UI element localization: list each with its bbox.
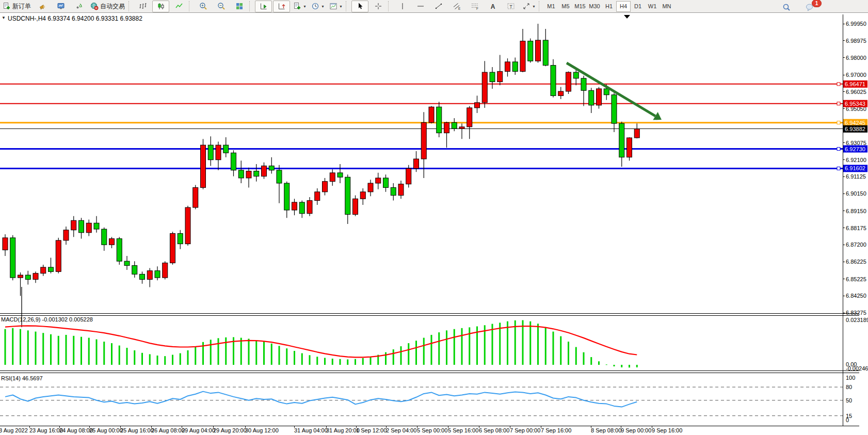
cursor-button[interactable] [351, 1, 368, 12]
templates-button[interactable]: ▾ [327, 1, 344, 12]
svg-text:6.93882: 6.93882 [845, 126, 865, 132]
indicators-button[interactable]: ▾ [291, 1, 308, 12]
svg-text:50: 50 [846, 397, 852, 404]
new-order-button[interactable]: 新订单 [1, 1, 33, 12]
chart-canvas[interactable]: 6.999506.989756.980006.970006.960256.950… [0, 0, 868, 435]
svg-text:F: F [476, 7, 478, 10]
search-icon [782, 3, 791, 11]
bar-chart-button[interactable] [134, 1, 151, 12]
svg-text:24 Aug 08:00: 24 Aug 08:00 [59, 427, 93, 433]
textT-icon: T [507, 2, 515, 10]
trendline-button[interactable] [430, 1, 447, 12]
timeframe-button-m15[interactable]: M15 [573, 1, 587, 12]
rsi-pane: 1008050150 [0, 375, 855, 423]
search-button[interactable] [778, 1, 795, 13]
timeframe-button-w1[interactable]: W1 [645, 1, 660, 12]
svg-text:7 Sep 00:00: 7 Sep 00:00 [510, 427, 540, 433]
template-icon [329, 2, 337, 10]
signal-button[interactable] [70, 1, 87, 12]
svg-text:30 Aug 12:00: 30 Aug 12:00 [245, 427, 279, 433]
market-watch-button[interactable] [52, 1, 69, 12]
svg-text:6.98975: 6.98975 [846, 38, 866, 44]
candles-icon [157, 2, 165, 10]
svg-text:6.96025: 6.96025 [846, 89, 866, 95]
svg-text:A: A [490, 3, 495, 10]
periods-button[interactable]: ▾ [309, 1, 326, 12]
timeframe-button-mn[interactable]: MN [660, 1, 674, 12]
trendline-icon [435, 2, 443, 10]
crosshair-icon [374, 2, 382, 10]
dropdown-caret-icon: ▾ [340, 4, 342, 9]
svg-text:T: T [509, 4, 512, 9]
doc-plus-icon [293, 2, 301, 10]
candlestick-chart-button[interactable] [152, 1, 169, 12]
zoom-in-icon [199, 2, 207, 10]
doc-plus-icon [3, 2, 11, 10]
fibonacci-button[interactable]: F [466, 1, 483, 12]
resistance-line-1[interactable]: 6.96471 [0, 80, 867, 88]
zoom-out-button[interactable] [213, 1, 230, 12]
svg-text:-0.002468: -0.002468 [846, 365, 868, 372]
auto-trading-button[interactable]: 自动交易 [88, 1, 127, 12]
auto-scroll-button[interactable] [255, 1, 272, 12]
svg-text:6.87200: 6.87200 [846, 241, 866, 248]
chart-shift-marker-icon[interactable] [624, 15, 630, 19]
toolbar-separator [128, 1, 133, 11]
label-button[interactable]: T [502, 1, 519, 12]
arrows-button[interactable]: ▾ [520, 1, 537, 12]
cursor-icon [356, 2, 364, 10]
dropdown-caret-icon: ▾ [303, 4, 306, 9]
bars-icon [139, 2, 147, 10]
svg-text:6.91125: 6.91125 [846, 173, 866, 180]
vertical-line-button[interactable] [394, 1, 411, 12]
svg-text:0.023189: 0.023189 [846, 317, 868, 323]
arrows-icon [522, 2, 531, 10]
chart-title-ohlc: USDCNH-,H4 6.93374 6.94200 6.93331 6.938… [8, 15, 142, 22]
rsi-indicator-label: RSI(14) 46.5697 [1, 375, 43, 381]
svg-text:6.89150: 6.89150 [846, 208, 866, 214]
timeframe-button-m5[interactable]: M5 [558, 1, 573, 12]
svg-text:6.98000: 6.98000 [846, 55, 866, 61]
support-line-1[interactable]: 6.92730 [0, 146, 867, 153]
tile-icon [235, 2, 244, 10]
timeframe-button-h4[interactable]: H4 [616, 1, 631, 12]
svg-text:6.83275: 6.83275 [846, 310, 866, 316]
horn-icon [39, 2, 47, 10]
chart-shift-button[interactable] [273, 1, 290, 12]
svg-text:31 Aug 20:00: 31 Aug 20:00 [326, 427, 360, 433]
vline-icon [398, 2, 407, 10]
crosshair-button[interactable] [369, 1, 387, 12]
toolbar-separator [189, 1, 193, 11]
timeframe-button-h1[interactable]: H1 [602, 1, 616, 12]
svg-text:6.84250: 6.84250 [846, 293, 866, 299]
macd-pane: 0.0231890.00-0.002468 [5, 317, 868, 372]
svg-text:31 Aug 04:00: 31 Aug 04:00 [294, 427, 328, 433]
svg-text:80: 80 [846, 384, 852, 390]
timeframe-button-m1[interactable]: M1 [544, 1, 558, 12]
notifications-button[interactable]: 1 [801, 1, 818, 13]
line-chart-button[interactable] [170, 1, 187, 12]
tile-windows-button[interactable] [231, 1, 248, 12]
auto-trading-button-label: 自动交易 [100, 2, 125, 11]
linechart-icon [175, 2, 183, 10]
svg-text:6.93075: 6.93075 [846, 140, 866, 146]
globe-stop-icon [90, 2, 99, 10]
timeframe-button-d1[interactable]: D1 [631, 1, 645, 12]
horizontal-line-button[interactable] [412, 1, 429, 12]
resistance-line-2[interactable]: 6.95343 [0, 100, 867, 107]
channel-button[interactable]: E [448, 1, 465, 12]
timeframe-button-m30[interactable]: M30 [587, 1, 602, 12]
svg-text:1 Sep 12:00: 1 Sep 12:00 [356, 427, 387, 433]
dropdown-caret-icon: ▾ [533, 4, 535, 9]
megaphone-button[interactable] [34, 1, 51, 12]
channel-icon: E [453, 2, 461, 10]
svg-text:6.92100: 6.92100 [846, 157, 866, 163]
signal-icon [75, 2, 83, 10]
support-line-2[interactable]: 6.91602 [0, 165, 867, 172]
chart-collapse-icon[interactable]: ▼ [2, 15, 6, 20]
text-button[interactable]: A [484, 1, 501, 12]
zoom-in-button[interactable] [195, 1, 212, 12]
mt4-terminal: 新订单自动交易▾▾▾EFAT▾M1M5M15M30H1H4D1W1MN1 6.9… [0, 0, 868, 435]
svg-text:25 Aug 00:00: 25 Aug 00:00 [89, 427, 123, 433]
textA-icon: A [489, 2, 497, 10]
